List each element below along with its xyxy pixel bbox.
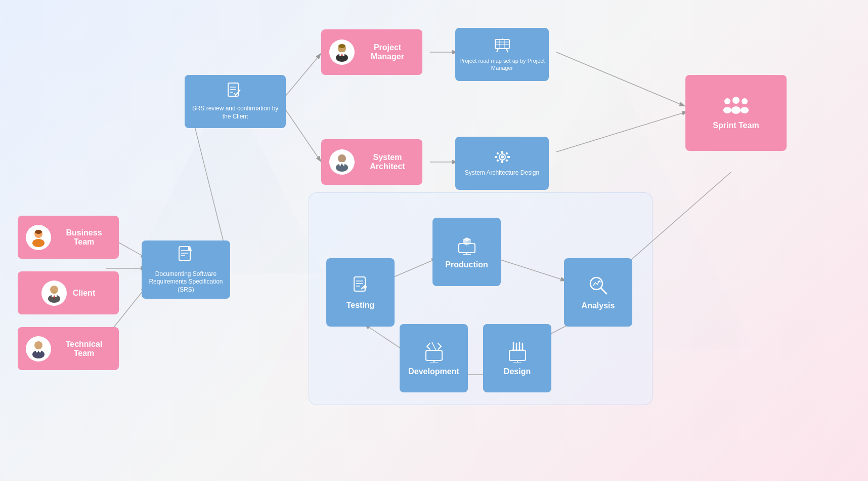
srs-review-label: SRS review and confirmation by the Clien…: [189, 105, 282, 121]
testing-label: Testing: [346, 301, 375, 310]
design-label: Design: [504, 367, 531, 376]
svg-point-46: [338, 44, 345, 48]
svg-rect-65: [496, 152, 499, 155]
production-node: Production: [432, 218, 501, 286]
svg-line-9: [283, 53, 321, 99]
svg-point-24: [35, 230, 42, 234]
analysis-icon: [587, 274, 610, 299]
svg-point-75: [723, 107, 731, 113]
sprint-team-label: Sprint Team: [713, 121, 759, 130]
system-architecture-label: System Architecture Design: [465, 169, 539, 177]
svg-point-77: [741, 107, 749, 113]
analysis-node: Analysis: [564, 258, 632, 327]
sprint-team-node: Sprint Team: [685, 75, 787, 151]
client-label: Client: [73, 289, 95, 298]
production-label: Production: [445, 260, 488, 269]
svg-rect-64: [507, 156, 510, 158]
svg-line-49: [497, 49, 498, 52]
development-icon: [423, 340, 445, 365]
svg-point-69: [724, 98, 730, 104]
svg-rect-68: [505, 159, 508, 162]
svg-line-8: [192, 116, 228, 258]
svg-point-55: [338, 154, 346, 163]
svg-rect-61: [501, 151, 503, 153]
system-architect-label: System Architect: [361, 153, 414, 171]
project-manager-avatar: [329, 39, 355, 65]
svg-line-12: [556, 52, 685, 106]
development-node: Development: [400, 324, 468, 392]
svg-rect-62: [501, 161, 503, 163]
svg-rect-63: [495, 156, 497, 158]
business-team-node: Business Team: [18, 216, 119, 259]
project-manager-node: Project Manager: [321, 29, 422, 75]
technical-team-node: Technical Team: [18, 327, 119, 370]
svg-rect-104: [426, 350, 442, 360]
business-team-label: Business Team: [57, 228, 111, 247]
documenting-srs-label: Documenting Software Requirements Specif…: [146, 270, 226, 294]
technical-team-label: Technical Team: [57, 340, 111, 358]
svg-point-73: [742, 98, 748, 104]
system-architect-avatar: [329, 149, 355, 175]
client-node: Client: [18, 271, 119, 314]
srs-review-node: SRS review and confirmation by the Clien…: [185, 75, 286, 128]
project-roadmap-node: Project road map set up by Project Manag…: [455, 28, 549, 81]
svg-point-29: [52, 291, 57, 294]
client-avatar: [41, 280, 67, 306]
design-node: Design: [483, 324, 551, 392]
development-label: Development: [408, 367, 459, 376]
business-team-avatar: [26, 225, 51, 250]
svg-point-22: [32, 239, 45, 247]
svg-rect-66: [505, 152, 508, 155]
svg-rect-78: [354, 277, 365, 291]
documenting-srs-node: Documenting Software Requirements Specif…: [142, 240, 230, 299]
svg-line-50: [506, 49, 508, 52]
svg-point-71: [732, 97, 740, 104]
architecture-icon: [493, 149, 511, 168]
system-architecture-node: System Architecture Design: [455, 137, 549, 190]
svg-point-60: [501, 155, 504, 158]
svg-rect-93: [509, 350, 526, 360]
project-manager-label: Project Manager: [361, 43, 414, 61]
svg-point-30: [34, 341, 42, 349]
srs-review-icon: [226, 82, 244, 103]
svg-line-14: [556, 111, 688, 152]
analysis-label: Analysis: [582, 301, 615, 310]
roadmap-icon: [493, 37, 511, 56]
system-architect-node: System Architect: [321, 139, 422, 185]
technical-team-avatar: [26, 336, 51, 362]
diagram-container: Business Team Client Tech: [0, 0, 868, 481]
svg-marker-92: [597, 280, 601, 283]
testing-node: Testing: [326, 258, 395, 327]
project-roadmap-label: Project road map set up by Project Manag…: [459, 57, 545, 72]
testing-icon: [350, 275, 371, 299]
svg-line-91: [601, 288, 606, 294]
doc-icon: [177, 246, 195, 268]
svg-line-107: [432, 342, 436, 350]
design-icon: [506, 340, 529, 365]
svg-line-10: [283, 106, 321, 162]
sprint-team-icon: [722, 96, 750, 119]
svg-rect-67: [496, 159, 499, 162]
svg-point-76: [731, 106, 741, 113]
production-icon: [456, 234, 478, 258]
svg-rect-47: [495, 39, 509, 49]
